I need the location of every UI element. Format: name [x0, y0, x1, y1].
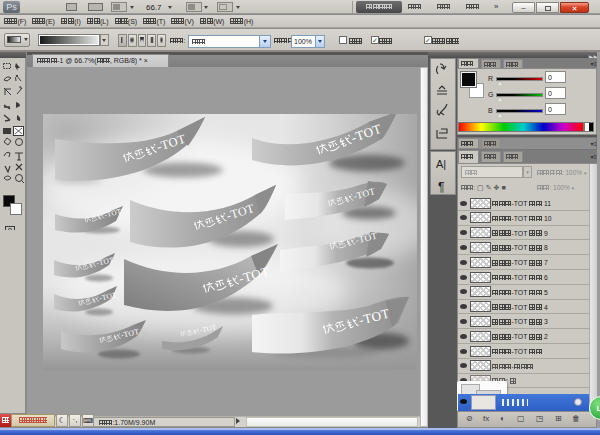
svg-text:¶: ¶: [438, 180, 444, 194]
svg-text:A|: A|: [436, 158, 446, 170]
